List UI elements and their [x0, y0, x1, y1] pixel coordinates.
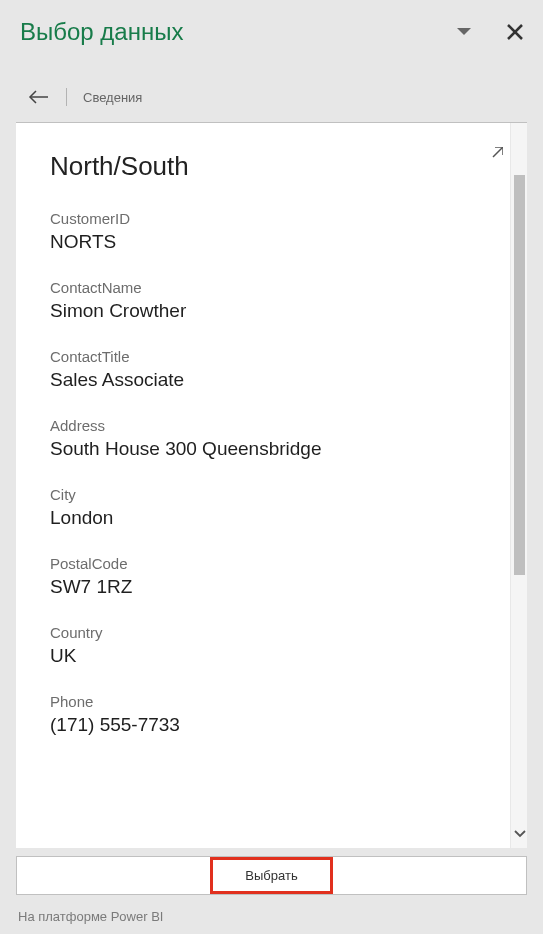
- field-value: London: [50, 507, 476, 529]
- svg-marker-0: [457, 28, 471, 35]
- scrollbar[interactable]: [510, 123, 527, 848]
- panel-header: Выбор данных: [0, 0, 543, 60]
- select-button[interactable]: Выбрать: [210, 857, 332, 894]
- content-wrapper: North/South CustomerID NORTS ContactName…: [16, 122, 527, 848]
- dropdown-icon[interactable]: [457, 28, 471, 36]
- data-selector-panel: Выбор данных Сведения North/South Custom…: [0, 0, 543, 934]
- button-row: Выбрать: [16, 856, 527, 895]
- field-value: UK: [50, 645, 476, 667]
- field-contact-title: ContactTitle Sales Associate: [50, 348, 476, 391]
- panel-title: Выбор данных: [20, 18, 183, 46]
- scrollbar-thumb[interactable]: [514, 175, 525, 575]
- field-value: Sales Associate: [50, 369, 476, 391]
- entity-title: North/South: [50, 151, 476, 182]
- chevron-down-icon[interactable]: [514, 824, 526, 842]
- close-icon[interactable]: [507, 24, 523, 40]
- expand-icon[interactable]: [489, 147, 503, 165]
- field-label: PostalCode: [50, 555, 476, 572]
- field-label: ContactTitle: [50, 348, 476, 365]
- field-value: NORTS: [50, 231, 476, 253]
- field-value: SW7 1RZ: [50, 576, 476, 598]
- field-customer-id: CustomerID NORTS: [50, 210, 476, 253]
- back-arrow-icon[interactable]: [28, 90, 50, 104]
- field-label: ContactName: [50, 279, 476, 296]
- field-value: Simon Crowther: [50, 300, 476, 322]
- details-content: North/South CustomerID NORTS ContactName…: [16, 123, 510, 848]
- field-label: Phone: [50, 693, 476, 710]
- field-value: (171) 555-7733: [50, 714, 476, 736]
- svg-line-4: [493, 147, 503, 157]
- field-contact-name: ContactName Simon Crowther: [50, 279, 476, 322]
- breadcrumb-row: Сведения: [0, 60, 543, 122]
- header-icons: [457, 24, 523, 40]
- field-label: Address: [50, 417, 476, 434]
- field-postal-code: PostalCode SW7 1RZ: [50, 555, 476, 598]
- breadcrumb-divider: [66, 88, 67, 106]
- field-address: Address South House 300 Queensbridge: [50, 417, 476, 460]
- field-city: City London: [50, 486, 476, 529]
- field-label: City: [50, 486, 476, 503]
- field-label: Country: [50, 624, 476, 641]
- footer-text: На платформе Power BI: [0, 903, 543, 934]
- breadcrumb-label: Сведения: [83, 90, 142, 105]
- field-value: South House 300 Queensbridge: [50, 438, 476, 460]
- field-label: CustomerID: [50, 210, 476, 227]
- field-phone: Phone (171) 555-7733: [50, 693, 476, 736]
- field-country: Country UK: [50, 624, 476, 667]
